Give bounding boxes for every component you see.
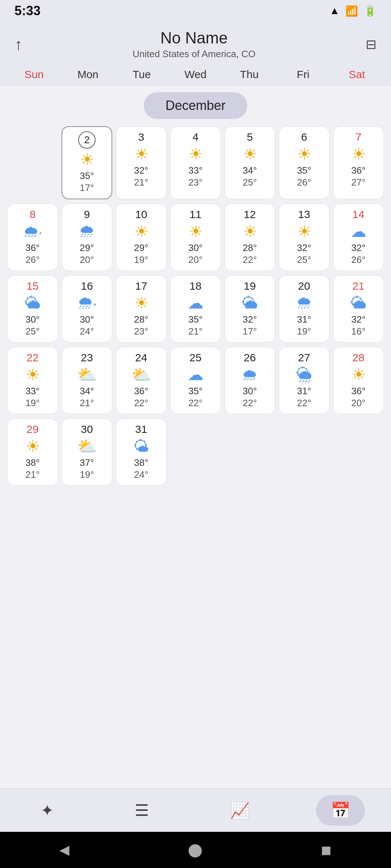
day-cell[interactable]: 17☀28°23°: [116, 275, 167, 342]
day-cell[interactable]: 19🌥32°17°: [224, 275, 275, 342]
temps: 35°26°: [297, 165, 311, 188]
temps: 31°22°: [297, 386, 311, 409]
day-number: 14: [352, 208, 364, 221]
day-cell[interactable]: 6☀35°26°: [279, 126, 329, 199]
back-sys-button[interactable]: ◀: [59, 842, 70, 858]
temp-high: 35°: [188, 386, 202, 397]
temp-high: 32°: [351, 314, 365, 325]
day-cell[interactable]: 12☀28°22°: [224, 204, 275, 271]
temp-low: 25°: [297, 254, 311, 265]
day-number: 8: [30, 208, 36, 221]
menu-button[interactable]: ⊟: [366, 37, 377, 52]
day-cell[interactable]: 22☀33°19°: [7, 347, 58, 414]
temps: 32°26°: [351, 242, 365, 265]
day-cell[interactable]: 8🌧*36°26°: [7, 204, 58, 271]
temps: 30°25°: [25, 314, 39, 337]
weather-icon: ☀: [297, 146, 311, 162]
day-cell[interactable]: [279, 418, 329, 486]
home-sys-button[interactable]: ⬤: [188, 842, 202, 858]
day-number: 20: [298, 280, 310, 292]
weather-icon: ☀: [134, 146, 148, 162]
day-number: 9: [84, 208, 90, 221]
temps: 30°22°: [243, 386, 257, 409]
temps: 31°19°: [297, 314, 311, 337]
day-cell[interactable]: 18☁35°21°: [170, 275, 221, 342]
temps: 33°23°: [188, 165, 202, 188]
day-cell[interactable]: 26🌧30°22°: [224, 347, 275, 414]
weather-icon: 🌥: [350, 295, 366, 311]
nav-item-calendar[interactable]: 📅: [316, 795, 365, 826]
back-button[interactable]: ↑: [14, 35, 22, 54]
temps: 35°17°: [80, 170, 94, 193]
nav-item-list[interactable]: ☰: [120, 795, 163, 825]
day-cell[interactable]: 16🌨*30°24°: [62, 275, 112, 342]
weather-icon: ☀: [352, 367, 366, 383]
header: ↑ No Name United States of America, CO ⊟: [0, 22, 391, 68]
day-number: 25: [189, 352, 201, 364]
day-cell[interactable]: 10☀29°19°: [116, 204, 167, 271]
temp-low: 24°: [80, 326, 94, 337]
weather-icon: 🌧: [242, 367, 258, 383]
header-title-area: No Name United States of America, CO: [133, 29, 256, 60]
day-cell[interactable]: [333, 418, 384, 486]
day-cell[interactable]: 31🌤38°24°: [116, 418, 167, 486]
day-number: 19: [244, 280, 256, 292]
day-cell[interactable]: 30⛅37°19°: [62, 418, 112, 486]
day-cell[interactable]: 2☀35°17°: [62, 126, 112, 199]
temp-high: 36°: [351, 165, 365, 176]
day-number: 15: [26, 280, 38, 292]
weather-icon: ☀: [26, 367, 40, 383]
day-cell[interactable]: 3☀32°21°: [116, 126, 167, 199]
temp-low: 21°: [80, 397, 94, 409]
temp-low: 20°: [188, 254, 202, 265]
day-cell[interactable]: 4☀33°23°: [170, 126, 221, 199]
day-cell[interactable]: 11☀30°20°: [170, 204, 221, 271]
temp-high: 32°: [351, 242, 365, 254]
weather-icon: 🌥: [25, 295, 41, 311]
day-cell[interactable]: 20🌨31°19°: [279, 275, 329, 342]
day-number: 26: [244, 352, 256, 364]
day-cell[interactable]: 25☁35°22°: [170, 347, 221, 414]
weather-icon: ☀: [80, 152, 94, 167]
temp-low: 26°: [351, 254, 365, 265]
day-cell[interactable]: [224, 418, 275, 486]
weekday-label-mon: Mon: [61, 68, 115, 81]
day-cell[interactable]: [7, 126, 58, 199]
day-cell[interactable]: 29☀38°21°: [7, 418, 58, 486]
day-number: 7: [356, 131, 362, 143]
system-nav: ◀ ⬤ ◼: [0, 832, 391, 868]
temp-high: 32°: [297, 242, 311, 254]
day-cell[interactable]: 23⛅34°21°: [62, 347, 112, 414]
signal-icon: 📶: [345, 5, 358, 17]
weekday-label-tue: Tue: [115, 68, 169, 81]
temp-high: 28°: [243, 242, 257, 254]
nav-item-ai[interactable]: ✦: [26, 795, 68, 825]
temp-high: 30°: [25, 314, 39, 325]
nav-item-chart[interactable]: 📈: [215, 795, 264, 826]
day-cell[interactable]: 21🌥32°16°: [333, 275, 384, 342]
temps: 28°22°: [243, 242, 257, 265]
day-cell[interactable]: 14☁32°26°: [333, 204, 384, 271]
temp-high: 30°: [188, 242, 202, 254]
day-cell[interactable]: 15🌥30°25°: [7, 275, 58, 342]
day-cell[interactable]: 5☀34°25°: [224, 126, 275, 199]
temp-high: 35°: [188, 314, 202, 325]
temps: 32°17°: [243, 314, 257, 337]
recents-sys-button[interactable]: ◼: [321, 842, 332, 858]
day-cell[interactable]: 13☀32°25°: [279, 204, 329, 271]
day-cell[interactable]: 24⛅36°22°: [116, 347, 167, 414]
temps: 29°20°: [80, 242, 94, 265]
app-subtitle: United States of America, CO: [133, 48, 256, 60]
temp-high: 38°: [134, 457, 148, 468]
status-bar: 5:33 ▲ 📶 🔋: [0, 0, 391, 22]
day-cell[interactable]: [170, 418, 221, 486]
temp-high: 33°: [188, 165, 202, 176]
day-cell[interactable]: 28☀36°20°: [333, 347, 384, 414]
temp-high: 33°: [25, 386, 39, 397]
day-cell[interactable]: 9🌨29°20°: [62, 204, 112, 271]
day-number: 16: [81, 280, 93, 292]
day-cell[interactable]: 7☀36°27°: [333, 126, 384, 199]
day-number: 29: [26, 423, 38, 435]
day-cell[interactable]: 27🌦31°22°: [279, 347, 329, 414]
calendar-row-0: 2☀35°17°3☀32°21°4☀33°23°5☀34°25°6☀35°26°…: [7, 126, 384, 199]
